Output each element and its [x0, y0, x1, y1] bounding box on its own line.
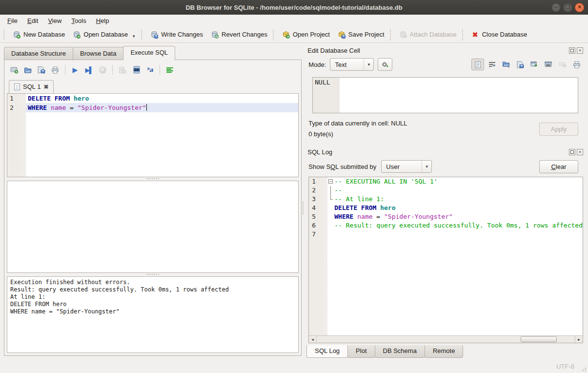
- sql-comment: --: [334, 186, 342, 194]
- resize-grip[interactable]: [581, 366, 587, 372]
- close-dock-icon[interactable]: ✕: [577, 47, 583, 54]
- sql-code-editor[interactable]: 1 DELETE FROM hero 2 WHERE name = "Spide…: [7, 93, 299, 177]
- log-line: 3 -- At line 1:: [309, 195, 583, 204]
- fold-margin: [324, 177, 327, 186]
- text-mode-button[interactable]: [471, 59, 484, 70]
- encoding-indicator[interactable]: UTF-8: [556, 363, 574, 370]
- scrollbar-thumb[interactable]: [521, 336, 557, 342]
- attach-database-button: Attach Database: [395, 29, 461, 41]
- close-button[interactable]: ✕: [575, 3, 584, 12]
- tab-plot[interactable]: Plot: [347, 345, 375, 358]
- code-fill: [327, 239, 583, 335]
- print-cell-button[interactable]: [570, 59, 583, 70]
- menu-edit[interactable]: Edit: [23, 16, 42, 26]
- replace-button[interactable]: ᵇa: [143, 64, 156, 76]
- export-cell-button[interactable]: [514, 59, 527, 70]
- close-dock-icon[interactable]: ✕: [577, 149, 583, 155]
- menu-tools[interactable]: Tools: [67, 16, 90, 26]
- new-database-label: New Database: [23, 31, 65, 38]
- clear-log-button[interactable]: Clear: [539, 160, 578, 173]
- tab-remote[interactable]: Remote: [425, 345, 464, 358]
- exec-log-line: WHERE name = "Spider-Youngster": [10, 308, 295, 315]
- auto-apply-button[interactable]: [378, 58, 392, 71]
- tab-execute-sql[interactable]: Execute SQL: [123, 46, 175, 60]
- open-project-button[interactable]: Open Project: [278, 29, 334, 41]
- log-line: 5 WHERE name = "Spider-Youngster": [309, 212, 583, 221]
- fold-column: [327, 204, 334, 212]
- menu-help[interactable]: Help: [92, 16, 114, 26]
- open-database-button[interactable]: Open Database ▼: [69, 29, 140, 41]
- right-dock-area: Edit Database Cell ✕ Mode: Text ▼: [304, 43, 588, 360]
- execute-current-line-button[interactable]: ▶▌: [82, 64, 95, 76]
- splitter-left-right[interactable]: [302, 43, 304, 360]
- print-button[interactable]: [49, 64, 61, 76]
- play-icon: ▶: [73, 66, 78, 74]
- database-new-icon: [13, 31, 20, 39]
- copy-link-button[interactable]: [542, 59, 555, 70]
- stop-execution-button: ✖: [96, 64, 109, 76]
- scroll-right-icon[interactable]: ▶: [575, 336, 583, 343]
- revert-changes-button[interactable]: Revert Changes: [207, 29, 271, 41]
- menu-view[interactable]: View: [43, 16, 66, 26]
- tab-database-structure[interactable]: Database Structure: [4, 47, 73, 60]
- log-horizontal-scrollbar[interactable]: ◀ ▶: [309, 335, 583, 343]
- word-wrap-button[interactable]: [486, 59, 498, 70]
- mode-label: Mode:: [308, 61, 326, 68]
- scroll-left-icon[interactable]: ◀: [309, 336, 317, 343]
- sql-doc-tab[interactable]: SQL 1 ✖: [9, 80, 54, 93]
- maximize-button[interactable]: ❒: [563, 3, 572, 12]
- tab-db-schema[interactable]: DB Schema: [375, 345, 425, 358]
- tab-sql-log[interactable]: SQL Log: [306, 345, 348, 358]
- code-line: [334, 230, 583, 239]
- tab-browse-data[interactable]: Browse Data: [73, 47, 123, 60]
- text-caret: [146, 104, 147, 111]
- save-sql-file-button[interactable]: [35, 64, 48, 76]
- cell-value-editor[interactable]: NULL: [312, 77, 578, 113]
- text-document-icon: [475, 61, 481, 68]
- fold-column: [327, 212, 334, 221]
- import-cell-button[interactable]: [500, 59, 512, 70]
- titlebar[interactable]: DB Browser for SQLite - /home/user/code/…: [0, 0, 588, 15]
- format-sql-button[interactable]: [163, 64, 176, 76]
- submitter-combobox[interactable]: User ▼: [381, 160, 432, 173]
- open-sql-file-button[interactable]: [21, 64, 34, 76]
- sql-log-viewer[interactable]: 1 − -- EXECUTING ALL IN 'SQL 1' 2 -- 3: [308, 177, 583, 343]
- write-changes-button[interactable]: Write Changes: [146, 29, 207, 41]
- float-dock-icon[interactable]: [569, 149, 575, 155]
- fold-collapse-icon[interactable]: −: [328, 179, 333, 184]
- new-sql-tab-button[interactable]: [8, 64, 20, 76]
- execute-sql-button[interactable]: ▶: [69, 64, 81, 76]
- menu-file[interactable]: File: [3, 16, 22, 26]
- apply-button: Apply: [539, 123, 578, 136]
- code-line: --: [334, 186, 583, 195]
- line-number: 6: [309, 221, 324, 230]
- statusbar: UTF-8: [0, 360, 588, 373]
- float-dock-icon[interactable]: [569, 47, 575, 54]
- scrollbar-track[interactable]: [317, 336, 575, 343]
- results-pane[interactable]: [7, 181, 299, 273]
- code-line: WHERE name = "Spider-Youngster": [26, 103, 298, 112]
- exec-log-line: Execution finished without errors.: [10, 279, 295, 286]
- line-number: 4: [309, 204, 324, 212]
- attach-database-label: Attach Database: [410, 31, 457, 38]
- main-area: Database Structure Browse Data Execute S…: [0, 43, 588, 360]
- execution-message-pane[interactable]: Execution finished without errors. Resul…: [7, 276, 299, 353]
- splitter-results-log[interactable]: [7, 273, 299, 276]
- mode-combobox[interactable]: Text ▼: [330, 58, 374, 71]
- chevron-down-icon: ▼: [132, 34, 136, 39]
- find-button[interactable]: [130, 64, 142, 76]
- sql-keyword: DELETE FROM: [28, 95, 74, 102]
- code-line: DELETE FROM hero: [334, 204, 583, 212]
- close-database-button[interactable]: ✖ Close Database: [467, 29, 531, 41]
- minimize-button[interactable]: ─: [551, 3, 561, 12]
- fold-end: [330, 195, 331, 199]
- open-in-external-button[interactable]: [528, 59, 541, 70]
- save-project-button[interactable]: Save Project: [334, 29, 388, 41]
- toolbar-separator: [65, 65, 65, 75]
- sql-identifier: hero: [380, 204, 395, 211]
- fold-margin: [324, 221, 327, 230]
- document-icon: [14, 83, 20, 90]
- splitter-editor-results[interactable]: [7, 177, 299, 181]
- new-database-button[interactable]: New Database: [9, 29, 69, 41]
- close-tab-icon[interactable]: ✖: [43, 83, 48, 90]
